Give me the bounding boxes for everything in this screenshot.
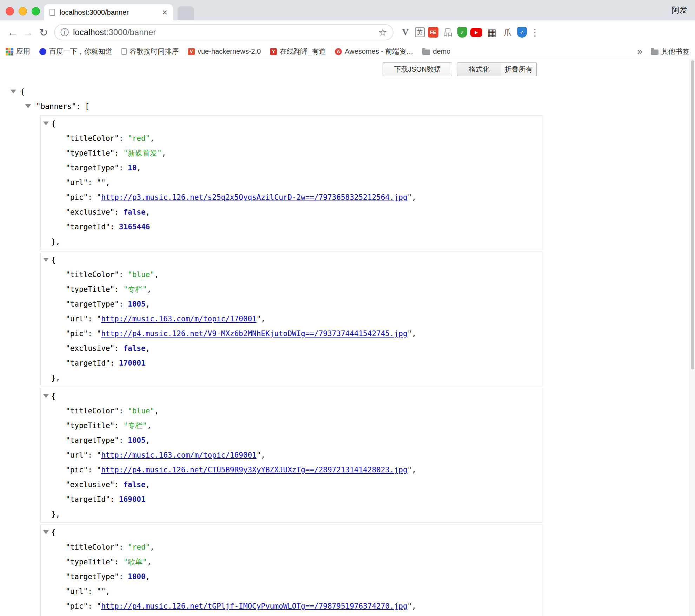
collapse-toggle-icon[interactable] xyxy=(43,394,49,398)
browser-tab[interactable]: localhost:3000/banner × xyxy=(44,4,173,20)
json-quote: " xyxy=(408,193,412,202)
json-colon: : xyxy=(119,134,128,143)
back-icon[interactable]: ← xyxy=(5,26,20,38)
bookmark-item[interactable]: Vvue-hackernews-2.0 xyxy=(188,47,261,55)
json-key: "exclusive" xyxy=(66,344,114,353)
collapse-all-button[interactable]: 折叠所有 xyxy=(501,62,537,76)
json-tree: {"banners": [{"titleColor": "red","typeT… xyxy=(0,84,684,616)
json-comma: , xyxy=(106,178,110,187)
address-bar[interactable]: ⓘ localhost:3000/banner ☆ xyxy=(54,24,393,40)
collapse-toggle-icon[interactable] xyxy=(43,122,49,125)
json-comma: , xyxy=(412,602,416,610)
bookmark-item[interactable]: AAwesomes - 前端资… xyxy=(335,47,413,56)
json-row: "pic": "http://p4.music.126.net/CTU5B9R9… xyxy=(41,463,542,477)
fe-icon[interactable]: FE xyxy=(428,27,438,38)
browser-menu-icon[interactable]: ⋮ xyxy=(530,27,540,38)
reload-icon[interactable]: ↻ xyxy=(36,26,51,39)
json-quote: " xyxy=(408,466,412,474)
collapse-toggle-icon[interactable] xyxy=(43,530,49,534)
json-row: }, xyxy=(41,507,542,522)
vimium-icon[interactable]: V xyxy=(399,26,412,39)
json-comma: , xyxy=(147,421,152,430)
json-link[interactable]: http://p4.music.126.net/tGPljf-IMOCyPvum… xyxy=(101,602,407,610)
youtube-icon[interactable]: ▶ xyxy=(470,28,482,37)
json-number: 3165446 xyxy=(119,223,150,231)
json-key: "typeTitle" xyxy=(66,421,114,430)
json-brace: { xyxy=(51,392,56,400)
collapse-toggle-icon[interactable] xyxy=(43,258,49,262)
download-json-button[interactable]: 下载JSON数据 xyxy=(383,62,452,76)
json-comma: , xyxy=(154,407,159,415)
json-quote: " xyxy=(97,315,101,323)
new-tab-button[interactable] xyxy=(178,6,194,20)
shield-green-icon[interactable]: ✓ xyxy=(457,27,467,38)
translate-icon[interactable]: 英 xyxy=(415,27,425,37)
json-brace: }, xyxy=(51,510,60,518)
json-comma: , xyxy=(412,466,416,474)
close-window-button[interactable] xyxy=(6,7,14,15)
json-colon: : xyxy=(114,149,123,157)
json-row: }, xyxy=(41,371,542,385)
json-comma: , xyxy=(150,543,154,551)
json-row: "url": "", xyxy=(41,175,542,190)
json-link[interactable]: http://p4.music.126.net/V9-MXz6b2MNhEKju… xyxy=(101,329,407,338)
minimize-window-button[interactable] xyxy=(19,7,27,15)
page-info-icon[interactable]: ⓘ xyxy=(60,27,69,38)
json-row: "targetType": 1005, xyxy=(41,297,542,312)
json-row: "titleColor": "red", xyxy=(41,131,542,146)
json-brace: { xyxy=(51,256,56,264)
json-colon: : xyxy=(110,223,119,231)
json-quote: " xyxy=(97,602,101,610)
json-row: "exclusive": false, xyxy=(41,477,542,492)
apps-label: 应用 xyxy=(16,47,30,56)
bookmark-item[interactable]: demo xyxy=(422,47,450,55)
shield-blue-icon[interactable]: ✓ xyxy=(517,27,527,38)
baidu-favicon xyxy=(39,48,46,55)
bookmark-item[interactable]: 谷歌按时间排序 xyxy=(121,47,179,56)
json-link[interactable]: http://music.163.com/m/topic/169001 xyxy=(101,451,257,459)
tab-close-icon[interactable]: × xyxy=(162,8,167,17)
json-brace: }, xyxy=(51,237,60,246)
other-bookmarks[interactable]: 其他书签 xyxy=(651,47,689,56)
json-comma: , xyxy=(137,164,141,172)
json-link[interactable]: http://p3.music.126.net/s25q2x5QyqsAzilC… xyxy=(101,193,407,202)
json-number: 1005 xyxy=(128,436,146,445)
json-colon: : xyxy=(114,285,123,294)
json-colon: : xyxy=(114,208,123,216)
format-button[interactable]: 格式化 xyxy=(457,62,501,76)
json-row: "targetId": 3165446 xyxy=(41,219,542,234)
json-key: "url" xyxy=(66,178,88,187)
banner-object-box: {"titleColor": "red","typeTitle": "新碟首发"… xyxy=(40,115,542,250)
bookmarks-overflow-icon[interactable]: » xyxy=(637,46,642,57)
json-key: "exclusive" xyxy=(66,480,114,489)
collapse-toggle-icon[interactable] xyxy=(11,90,16,93)
json-colon: : xyxy=(119,270,128,279)
paw-icon[interactable]: 爪 xyxy=(501,26,514,39)
profile-name[interactable]: 阿发 xyxy=(672,0,687,20)
scrollbar[interactable] xyxy=(689,59,695,616)
apps-shortcut[interactable]: 应用 xyxy=(6,47,30,56)
banner-object-box: {"titleColor": "red","typeTitle": "歌单","… xyxy=(40,524,542,616)
json-link[interactable]: http://p4.music.126.net/CTU5B9R9y3XyYBZX… xyxy=(101,466,407,474)
json-row: "typeTitle": "歌单", xyxy=(41,555,542,569)
json-link[interactable]: http://music.163.com/m/topic/170001 xyxy=(101,315,257,323)
scrollbar-thumb[interactable] xyxy=(691,60,694,369)
collapse-toggle-icon[interactable] xyxy=(25,104,31,108)
json-key: "targetId" xyxy=(66,495,110,504)
json-comma: , xyxy=(146,300,150,308)
bookmark-star-icon[interactable]: ☆ xyxy=(378,27,387,38)
zoom-window-button[interactable] xyxy=(32,7,40,15)
forward-icon[interactable]: → xyxy=(20,26,36,38)
qr-icon[interactable]: ▦ xyxy=(485,26,498,39)
json-row: "targetType": 1005, xyxy=(41,433,542,448)
json-row: "typeTitle": "专栏", xyxy=(41,282,542,297)
json-brace: { xyxy=(51,528,56,537)
json-comma: , xyxy=(261,315,265,323)
json-key: "exclusive" xyxy=(66,208,114,216)
bookmark-item[interactable]: 百度一下，你就知道 xyxy=(39,47,112,56)
org-icon[interactable]: 品 xyxy=(442,26,454,39)
tab-strip: localhost:3000/banner × 阿发 xyxy=(0,0,695,20)
bookmark-item[interactable]: Y在线翻译_有道 xyxy=(270,47,326,56)
awesomes-favicon: A xyxy=(335,48,342,55)
json-colon: : xyxy=(88,587,97,596)
